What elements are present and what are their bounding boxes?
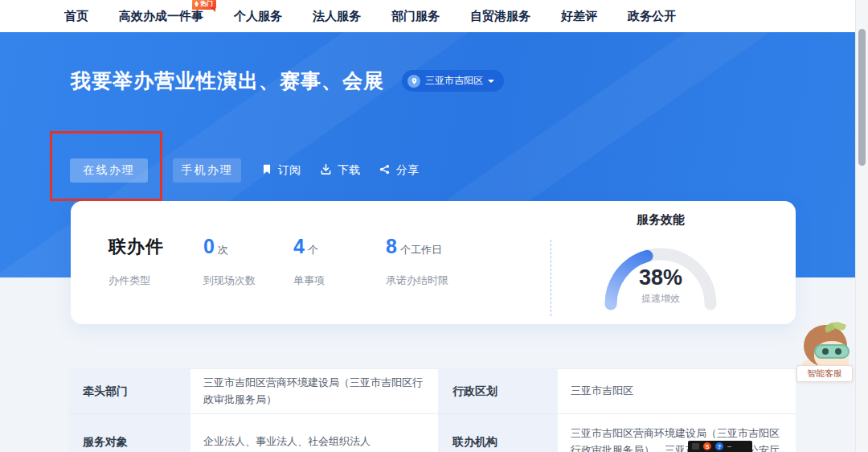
scrollbar-thumb[interactable] <box>858 29 866 166</box>
stat-value: 0 <box>203 235 215 257</box>
region-label: 三亚市吉阳区 <box>425 74 483 88</box>
mascot-goggles <box>814 344 850 359</box>
page: 首页 高效办成一件事 热门 个人服务 法人服务 部门服务 自贸港服务 好差评 政… <box>0 0 868 452</box>
nav-item-one-thing[interactable]: 高效办成一件事 热门 <box>119 9 203 24</box>
hot-badge-label: 热门 <box>200 0 213 10</box>
hero-button-row: 在线办理 手机办理 订阅 下载 <box>0 158 855 183</box>
gauge-caption: 提速增效 <box>597 292 724 306</box>
location-pin-icon <box>407 75 420 88</box>
ime-toolbar[interactable]: S ? – <box>688 441 752 452</box>
efficiency-gauge: 服务效能 38% 提速增效 <box>597 212 724 321</box>
stat-label: 承诺办结时限 <box>386 273 448 288</box>
download-label: 下载 <box>338 163 360 178</box>
smart-assistant-widget[interactable]: 智能客服 <box>797 318 855 386</box>
gauge-title: 服务效能 <box>597 212 724 228</box>
stat-unit: 个 <box>308 244 318 256</box>
mascot-eye <box>822 348 829 355</box>
share-label: 分享 <box>396 163 419 178</box>
table-label-service-target: 服务对象 <box>68 414 190 452</box>
share-icon <box>379 163 391 178</box>
mascot-icon <box>804 325 847 367</box>
stat-label: 到现场次数 <box>203 273 256 288</box>
online-handle-button[interactable]: 在线办理 <box>70 158 148 183</box>
region-selector[interactable]: 三亚市吉阳区 <box>402 70 504 92</box>
stat-label: 单事项 <box>293 273 325 288</box>
ime-minimize-button[interactable]: – <box>727 441 731 452</box>
assistant-label: 智能客服 <box>796 365 853 382</box>
page-title: 我要举办营业性演出、赛事、会展 <box>71 68 384 94</box>
nav-item-legal-person[interactable]: 法人服务 <box>313 9 361 24</box>
ime-logo-icon[interactable]: S <box>703 442 711 450</box>
table-label-lead-department: 牵头部门 <box>68 368 190 414</box>
mobile-handle-button[interactable]: 手机办理 <box>173 158 241 183</box>
nav-item-rating[interactable]: 好差评 <box>561 9 597 24</box>
ime-grid-icon <box>692 443 699 450</box>
download-button[interactable]: 下载 <box>320 158 360 183</box>
table-label-admin-division: 行政区划 <box>438 368 558 414</box>
nav-item-one-thing-label: 高效办成一件事 <box>119 9 203 23</box>
nav-item-personal[interactable]: 个人服务 <box>234 9 282 24</box>
ime-help-icon[interactable]: ? <box>715 442 723 450</box>
nav-item-free-trade-port[interactable]: 自贸港服务 <box>470 9 530 24</box>
hot-badge: 热门 <box>192 0 216 10</box>
nav-item-gov-disclosure[interactable]: 政务公开 <box>628 9 676 24</box>
chevron-down-icon <box>488 80 494 86</box>
stat-value: 联办件 <box>108 236 164 257</box>
scrollbar-track <box>855 0 868 452</box>
stat-unit: 次 <box>218 244 228 256</box>
nav-item-home[interactable]: 首页 <box>64 9 88 24</box>
service-stats-card: 联办件 办件类型 0次 到现场次数 4个 单事项 8个工作日 承诺办结时限 服务… <box>71 201 796 324</box>
table-value-lead-department: 三亚市吉阳区营商环境建设局（三亚市吉阳区行政审批服务局） <box>190 368 438 414</box>
subscribe-label: 订阅 <box>278 163 301 178</box>
download-icon <box>320 163 332 178</box>
table-label-joint-agencies: 联办机构 <box>438 414 558 452</box>
flame-icon <box>194 1 199 6</box>
service-info-table: 牵头部门 三亚市吉阳区营商环境建设局（三亚市吉阳区行政审批服务局） 行政区划 三… <box>68 368 796 452</box>
dashed-divider <box>551 240 551 316</box>
stat-value: 4 <box>293 235 305 257</box>
stat-unit: 个工作日 <box>400 244 442 256</box>
gauge-percent: 38% <box>597 265 724 290</box>
mascot-leaf <box>832 321 846 332</box>
mascot-eye <box>835 348 841 355</box>
table-value-service-target: 企业法人、事业法人、社会组织法人 <box>190 414 438 452</box>
subscribe-button[interactable]: 订阅 <box>261 158 301 183</box>
stat-value: 8 <box>386 235 397 257</box>
share-button[interactable]: 分享 <box>379 158 419 183</box>
table-value-admin-division: 三亚市吉阳区 <box>558 368 796 414</box>
table-value-joint-agencies: 三亚市吉阳区营商环境建设局（三亚市吉阳区行政审批服务局）、三亚市公安局、省公安厅 <box>558 414 796 452</box>
top-nav: 首页 高效办成一件事 热门 个人服务 法人服务 部门服务 自贸港服务 好差评 政… <box>0 0 855 32</box>
bookmark-icon <box>261 163 272 178</box>
nav-item-department[interactable]: 部门服务 <box>391 9 440 24</box>
stat-label: 办件类型 <box>108 273 150 288</box>
